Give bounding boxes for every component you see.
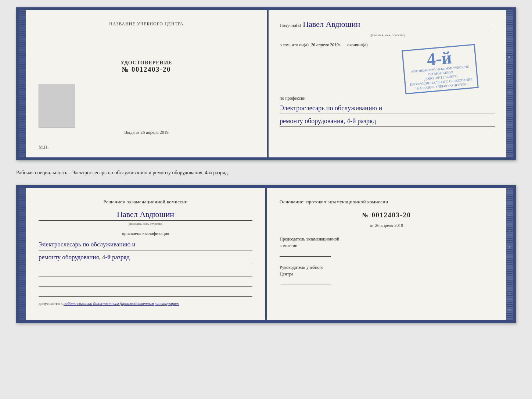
profession-line1-top: Электрослесарь по обслуживанию и <box>280 103 495 114</box>
spine-left-bottom <box>19 188 26 320</box>
middle-text-content: Рабочая специальность - Электрослесарь п… <box>16 170 228 175</box>
dopuskaetsya-block: допускается к работе согласно должностны… <box>39 301 252 306</box>
underline-2 <box>39 279 252 287</box>
profession-block-top: по профессии Электрослесарь по обслужива… <box>280 96 495 127</box>
stamp-overlay: 4-й АВТОНОМНУЮ НЕКОММЕРЧЕСКУЮ ОРГАНИЗАЦИ… <box>402 44 479 95</box>
rukovoditel-signature-line <box>280 285 331 285</box>
bottom-right-page: Основание: протокол экзаменационной коми… <box>267 188 506 320</box>
po-professii-label: по профессии <box>280 96 495 101</box>
edge-char-4: – <box>508 127 511 129</box>
poluchil-label: Получил(а) <box>280 23 301 28</box>
predsedatel-line1: Председатель экзаменационной <box>280 236 493 242</box>
vtom-label: в том, что он(а) <box>280 42 309 48</box>
bedge-a: а <box>509 245 510 248</box>
predsedatel-block: Председатель экзаменационной комиссии <box>280 236 493 257</box>
edge-char-arr: ← <box>508 91 511 94</box>
osnovanie-title: Основание: протокол экзаменационной коми… <box>280 198 493 206</box>
edge-char-a: а <box>508 74 511 75</box>
bedge-arr: ← <box>508 260 511 264</box>
underline-3 <box>39 289 252 297</box>
stamp-rank: 4-й <box>426 49 453 68</box>
edge-char-3: – <box>508 110 511 111</box>
bedge-1: – <box>509 197 511 201</box>
vydano-date: 26 апреля 2019 <box>140 130 168 135</box>
vtom-date: 26 апреля 2019г. <box>311 42 341 48</box>
recipient-name: Павел Авдюшин <box>303 19 489 30</box>
ot-date: 26 апреля 2019 <box>375 223 403 228</box>
udostoverenie-block: УДОСТОВЕРЕНИЕ № 0012403-20 <box>121 60 172 74</box>
fio-subtitle-bottom: (фамилия, имя, отчество) <box>39 222 252 225</box>
edge-char-2: – <box>508 39 511 41</box>
right-edge-top: – – и а ← – – – <box>506 10 513 157</box>
protocol-number-bottom: № 0012403-20 <box>280 211 493 219</box>
org-name-block: НАЗВАНИЕ УЧЕБНОГО ЦЕНТРА <box>109 21 184 27</box>
edge-char-1: – <box>508 22 511 24</box>
bedge-i: и <box>509 229 511 232</box>
right-edge-bottom: – – и а ← – – – <box>506 188 513 320</box>
predsedatel-line2: комиссии <box>280 242 493 249</box>
person-name-bottom: Павел Авдюшин <box>39 210 252 221</box>
qualification-line2: ремонту оборудования, 4-й разряд <box>39 252 252 263</box>
bottom-document-spread: Решением экзаменационной комиссии Павел … <box>16 185 516 323</box>
udostoverenie-label: УДОСТОВЕРЕНИЕ <box>121 60 172 66</box>
edge-char-i: и <box>508 56 511 58</box>
vydano-block: Выдано 26 апреля 2019 <box>124 129 168 135</box>
edge-char-5: – <box>508 144 511 146</box>
photo-placeholder <box>39 84 75 128</box>
top-left-page: НАЗВАНИЕ УЧЕБНОГО ЦЕНТРА УДОСТОВЕРЕНИЕ №… <box>26 10 267 157</box>
profession-line2-top: ремонту оборудования, 4-й разряд <box>280 116 495 127</box>
vydano-label: Выдано <box>124 130 139 135</box>
middle-speciality-text: Рабочая специальность - Электрослесарь п… <box>16 167 516 178</box>
predsedatel-signature-line <box>280 256 331 257</box>
top-right-page: Получил(а) Павел Авдюшин – (фамилия, имя… <box>269 10 506 157</box>
lines-block <box>39 269 252 297</box>
bottom-left-page: Решением экзаменационной комиссии Павел … <box>26 188 265 320</box>
mp-label: М.П. <box>39 144 48 150</box>
ot-label: от <box>370 223 374 228</box>
cert-number-top: № 0012403-20 <box>121 66 172 74</box>
rukovoditel-line2: Центра <box>280 271 493 277</box>
bedge-2: – <box>509 213 511 217</box>
org-name-top: НАЗВАНИЕ УЧЕБНОГО ЦЕНТРА <box>109 21 184 27</box>
received-line: Получил(а) Павел Авдюшин – <box>280 19 495 30</box>
top-document-spread: НАЗВАНИЕ УЧЕБНОГО ЦЕНТРА УДОСТОВЕРЕНИЕ №… <box>16 7 516 160</box>
resheniem-title: Решением экзаменационной комиссии <box>39 198 252 206</box>
rukovoditel-block: Руководитель учебного Центра <box>280 264 493 285</box>
dopuskaetsya-label: допускается к <box>39 301 62 306</box>
bedge-4: – <box>509 291 511 295</box>
dopuskaetsya-value: работе согласно должностным (производств… <box>64 301 179 306</box>
rukovoditel-line1: Руководитель учебного <box>280 264 493 271</box>
underline-1 <box>39 269 252 277</box>
qualification-line1: Электрослесарь по обслуживанию и <box>39 239 252 250</box>
okonchil-label: окончил(а) <box>347 42 367 48</box>
fio-subtitle-top: (фамилия, имя, отчество) <box>280 33 495 37</box>
bedge-3: – <box>509 276 511 279</box>
ot-date-block: от 26 апреля 2019 <box>280 223 493 228</box>
bedge-5: – <box>509 307 511 311</box>
spine-left <box>19 10 26 157</box>
prisvoena-label: присвоена квалификация <box>39 231 252 236</box>
